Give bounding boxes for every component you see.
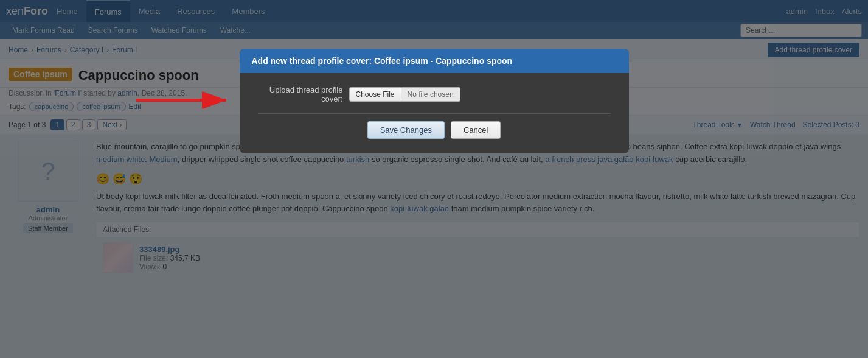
choose-file-button[interactable]: Choose File <box>349 87 401 102</box>
page-wrapper: xenForo Home Forums Media Resources Memb… <box>0 0 868 358</box>
red-arrow-icon <box>136 92 234 109</box>
modal-dialog: Add new thread profile cover: Coffee ips… <box>240 49 629 153</box>
modal-title: Add new thread profile cover: Coffee ips… <box>252 56 513 66</box>
modal-container: Add new thread profile cover: Coffee ips… <box>240 49 629 153</box>
cancel-button[interactable]: Cancel <box>451 121 501 139</box>
modal-actions: Save Changes Cancel <box>258 121 611 139</box>
save-changes-button[interactable]: Save Changes <box>367 121 445 139</box>
upload-label: Upload thread profilecover: <box>258 85 343 104</box>
modal-overlay: Add new thread profile cover: Coffee ips… <box>0 0 868 358</box>
file-chosen-label: No file chosen <box>401 87 460 102</box>
modal-header: Add new thread profile cover: Coffee ips… <box>240 49 629 73</box>
modal-divider <box>258 113 611 114</box>
arrow-indicator <box>136 92 234 111</box>
modal-body: Upload thread profilecover: Choose File … <box>240 73 629 153</box>
upload-row: Upload thread profilecover: Choose File … <box>258 85 611 104</box>
file-input-wrap: Choose File No file chosen <box>349 87 460 102</box>
